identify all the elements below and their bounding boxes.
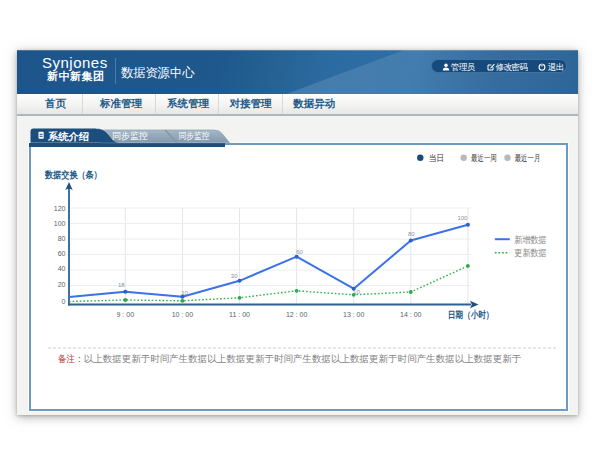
- svg-text:数据交换（条）: 数据交换（条）: [44, 169, 102, 181]
- svg-text:12 : 00: 12 : 00: [286, 311, 308, 318]
- svg-text:20: 20: [58, 281, 66, 288]
- svg-text:当日: 当日: [428, 153, 444, 163]
- svg-text:最近一月: 最近一月: [515, 153, 541, 163]
- svg-text:60: 60: [296, 249, 303, 255]
- svg-text:100: 100: [54, 220, 66, 227]
- svg-text:9 : 00: 9 : 00: [117, 311, 135, 318]
- svg-text:10 : 00: 10 : 00: [172, 311, 194, 318]
- svg-text:0: 0: [62, 298, 66, 305]
- svg-text:80: 80: [408, 231, 415, 237]
- svg-text:最近一周: 最近一周: [471, 153, 497, 163]
- svg-text:100: 100: [457, 215, 468, 221]
- svg-text:11 : 00: 11 : 00: [229, 311, 250, 318]
- svg-text:10: 10: [181, 290, 188, 296]
- svg-text:18: 18: [118, 282, 125, 288]
- svg-text:40: 40: [58, 265, 66, 272]
- svg-text:30: 30: [231, 273, 238, 279]
- svg-text:80: 80: [58, 235, 66, 242]
- svg-text:更新数据: 更新数据: [514, 247, 546, 258]
- svg-text:14 : 00: 14 : 00: [400, 311, 422, 318]
- svg-text:10: 10: [353, 289, 360, 295]
- svg-text:日期（小时）: 日期（小时）: [448, 309, 494, 321]
- svg-text:新增数据: 新增数据: [514, 234, 546, 245]
- svg-text:120: 120: [54, 205, 66, 212]
- svg-text:备注：以上数据更新于时间产生数据以上数据更新于时间产生数据以: 备注：以上数据更新于时间产生数据以上数据更新于时间产生数据以上数据更新于时间产生…: [58, 353, 522, 364]
- svg-text:60: 60: [58, 250, 66, 257]
- svg-text:13 : 00: 13 : 00: [343, 311, 365, 318]
